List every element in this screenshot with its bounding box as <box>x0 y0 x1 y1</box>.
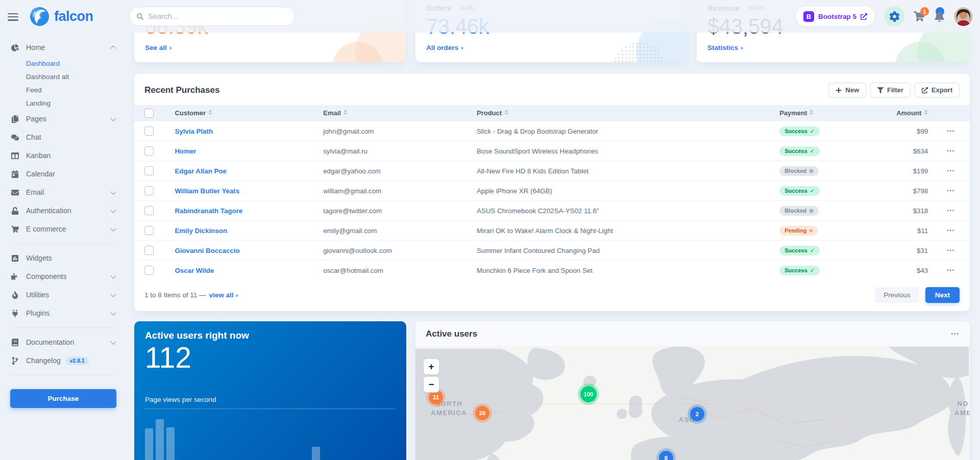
payment-status-badge: Success✓ <box>779 246 820 255</box>
new-button[interactable]: New <box>828 83 866 97</box>
hamburger-menu-button[interactable] <box>8 13 18 21</box>
sort-icon <box>208 110 212 115</box>
customer-link[interactable]: Sylvia Plath <box>175 127 213 135</box>
previous-button[interactable]: Previous <box>875 287 919 303</box>
cell-amount: $99 <box>866 121 932 141</box>
row-menu-button[interactable]: ••• <box>936 188 966 193</box>
cell-amount: $199 <box>866 161 932 181</box>
sidebar-item-widgets[interactable]: Widgets <box>10 249 116 267</box>
sidebar-item-label: Components <box>26 272 66 280</box>
sidebar-item-documentation[interactable]: Documentation <box>10 333 116 351</box>
payment-status-badge: Blocked⊘ <box>779 206 819 216</box>
column-header-product[interactable]: Product <box>473 105 775 121</box>
caret-icon: › <box>461 44 463 52</box>
row-menu-button[interactable]: ••• <box>936 268 966 273</box>
row-menu-button[interactable]: ••• <box>936 248 966 253</box>
cell-email: john@gmail.com <box>319 121 473 141</box>
customer-link[interactable]: Emily Dickinson <box>175 227 227 235</box>
row-menu-button[interactable]: ••• <box>936 168 966 173</box>
row-menu-button[interactable]: ••• <box>936 208 966 213</box>
sidebar-item-label: Home <box>26 43 45 52</box>
next-button[interactable]: Next <box>925 287 960 303</box>
map-zoom-in-button[interactable]: + <box>423 359 439 375</box>
sidebar-item-kanban[interactable]: Kanban <box>10 146 116 165</box>
row-checkbox[interactable] <box>144 146 154 156</box>
sidebar-item-dashboard[interactable]: Dashboard <box>10 57 116 70</box>
row-checkbox[interactable] <box>144 126 154 136</box>
sidebar-item-email[interactable]: Email <box>10 183 116 201</box>
customer-link[interactable]: Giovanni Boccaccio <box>175 247 239 254</box>
gear-icon <box>889 11 900 22</box>
row-menu-button[interactable]: ••• <box>936 228 966 233</box>
cell-email: william@gmail.com <box>319 181 473 201</box>
map-cluster-marker[interactable]: 26 <box>475 406 489 420</box>
statistics-link[interactable]: Statistics› <box>707 44 743 52</box>
payment-status-badge: Success✓ <box>779 146 820 156</box>
recent-purchases-title: Recent Purchases <box>144 85 219 95</box>
sidebar-item-landing[interactable]: Landing <box>10 96 116 110</box>
copy-icon <box>10 115 19 123</box>
row-checkbox[interactable] <box>144 266 154 275</box>
map-cluster-marker[interactable]: 2 <box>690 407 704 421</box>
export-button[interactable]: Export <box>915 83 960 97</box>
customer-link[interactable]: Homer <box>175 147 196 155</box>
sidebar-item-components[interactable]: Components <box>10 267 116 286</box>
sidebar-item-authentication[interactable]: Authentication <box>10 201 116 220</box>
bootstrap-version-badge[interactable]: B Bootstrap 5 <box>796 7 875 26</box>
sidebar-item-pages[interactable]: Pages <box>10 110 116 128</box>
customer-link[interactable]: Oscar Wilde <box>175 267 214 274</box>
search-box[interactable] <box>129 7 295 26</box>
see-all-link[interactable]: See all› <box>145 44 172 52</box>
select-all-checkbox[interactable] <box>144 109 154 118</box>
row-checkbox[interactable] <box>144 186 154 195</box>
sidebar-item-plugins[interactable]: Plugins <box>10 304 116 322</box>
column-header-email[interactable]: Email <box>319 105 473 121</box>
search-input[interactable] <box>148 12 277 21</box>
sidebar-item-e-commerce[interactable]: E commerce <box>10 220 116 238</box>
customer-link[interactable]: Rabindranath Tagore <box>175 207 242 215</box>
column-header-customer[interactable]: Customer <box>170 105 319 121</box>
customer-link[interactable]: Edgar Allan Poe <box>175 167 226 175</box>
sidebar-item-calendar[interactable]: Calendar <box>10 165 116 183</box>
cart-button[interactable]: 1 <box>914 11 925 22</box>
sidebar-item-label: Utilities <box>26 291 49 299</box>
notifications-button[interactable] <box>934 11 945 22</box>
filter-button[interactable]: Filter <box>870 83 911 97</box>
sidebar-item-changelog[interactable]: Changelogv2.8.1 <box>10 351 116 370</box>
sidebar-item-feed[interactable]: Feed <box>10 83 116 96</box>
chevron-down-icon <box>110 291 116 297</box>
column-header-amount[interactable]: Amount <box>866 105 932 121</box>
card-menu-button[interactable]: ••• <box>951 331 960 337</box>
row-checkbox[interactable] <box>144 166 154 175</box>
sidebar-item-utilities[interactable]: Utilities <box>10 286 116 304</box>
column-header-payment[interactable]: Payment <box>775 105 866 121</box>
row-menu-button[interactable]: ••• <box>936 129 966 134</box>
sidebar-item-chat[interactable]: Chat <box>10 128 116 146</box>
chevron-down-icon <box>110 115 116 121</box>
map-cluster-marker[interactable]: 100 <box>580 386 597 402</box>
success-status-icon: ✓ <box>810 188 815 194</box>
chevron-down-icon <box>110 225 116 231</box>
sidebar-item-label: Calendar <box>26 170 55 178</box>
cell-amount: $43 <box>866 261 932 280</box>
row-checkbox[interactable] <box>144 206 154 215</box>
row-checkbox[interactable] <box>144 246 154 255</box>
page-views-bar <box>166 427 175 460</box>
purchase-button[interactable]: Purchase <box>10 389 116 408</box>
world-map[interactable]: + − NORTHAMERICAASIANOAME112610028 <box>415 347 970 460</box>
all-orders-link[interactable]: All orders› <box>426 44 463 52</box>
settings-button[interactable] <box>884 6 904 27</box>
sidebar-item-home[interactable]: Home <box>10 38 116 57</box>
purchases-table: Customer Email Product Payment Amount Sy… <box>134 105 970 280</box>
pagination-summary: 1 to 8 Items of 11 — view all› <box>144 291 238 299</box>
row-checkbox[interactable] <box>144 226 154 235</box>
view-all-link[interactable]: view all› <box>209 291 238 299</box>
row-menu-button[interactable]: ••• <box>936 148 966 154</box>
sidebar-item-dashboard-alt[interactable]: Dashboard alt <box>10 70 116 83</box>
falcon-logo[interactable]: falcon <box>30 7 93 27</box>
customer-link[interactable]: William Butler Yeats <box>175 187 239 195</box>
user-avatar[interactable] <box>954 7 973 26</box>
columns-icon <box>10 152 19 160</box>
map-zoom-out-button[interactable]: − <box>423 376 439 393</box>
cell-payment: Blocked⊘ <box>775 161 866 181</box>
